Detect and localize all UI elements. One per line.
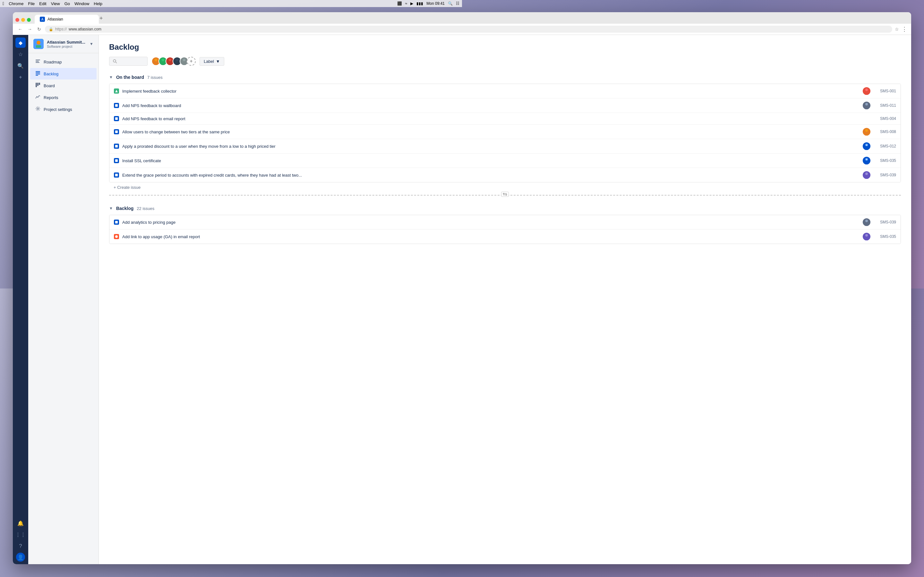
sidebar-item-reports[interactable]: Reports	[30, 92, 97, 103]
svg-rect-2	[36, 45, 41, 48]
sidebar-item-roadmap[interactable]: Roadmap	[30, 56, 97, 68]
svg-rect-4	[36, 61, 39, 61]
svg-point-20	[169, 59, 171, 61]
svg-point-1	[37, 41, 40, 45]
issue-row[interactable]: Add analytics to pricing page SMS-039	[110, 215, 462, 229]
new-tab-button[interactable]: +	[99, 15, 103, 24]
volume-icon: ▶	[410, 1, 413, 6]
svg-rect-12	[39, 83, 40, 85]
issue-row[interactable]: Add link to app usage (GA) in email repo…	[110, 229, 462, 243]
issue-row[interactable]: Implement feedback collector SMS-001	[110, 84, 462, 98]
menu-chrome[interactable]: Chrome	[9, 1, 23, 6]
svg-rect-3	[36, 60, 40, 60]
svg-point-19	[161, 62, 165, 65]
svg-rect-36	[115, 145, 118, 147]
main-content: Backlog	[99, 35, 462, 288]
issue-row[interactable]: Allow users to change between two tiers …	[110, 125, 462, 139]
svg-rect-9	[36, 75, 38, 76]
project-header[interactable]: Atlassian Summit... Software project ▼	[28, 35, 99, 53]
svg-rect-10	[36, 83, 37, 87]
issue-row[interactable]: Add NPS feedback to email report SMS-004	[110, 113, 462, 125]
project-name: Atlassian Summit...	[47, 40, 86, 45]
avatar-group: +	[152, 57, 196, 66]
toolbar: + Label ▼	[109, 57, 462, 66]
lock-icon: 🔒	[49, 27, 53, 31]
issue-text: Add NPS feedback to wallboard	[122, 103, 462, 108]
maximize-button[interactable]	[27, 18, 31, 22]
search-box[interactable]	[109, 57, 148, 66]
tab-bar: A Atlassian +	[13, 12, 462, 24]
back-button[interactable]: ←	[17, 26, 24, 32]
browser-tab-atlassian[interactable]: A Atlassian	[35, 15, 99, 24]
roadmap-label: Roadmap	[44, 60, 61, 64]
project-chevron-icon[interactable]: ▼	[89, 42, 94, 46]
issue-row[interactable]: Install SSL certificate H SMS-035	[110, 153, 462, 168]
menu-edit[interactable]: Edit	[39, 1, 46, 6]
app-layout: ◆ ☆ 🔍 + 🔔 ⋮⋮ ? 👤 Atlassian	[13, 35, 462, 288]
svg-rect-29	[115, 104, 118, 107]
menu-go[interactable]: Go	[65, 1, 70, 6]
project-logo	[33, 39, 44, 49]
on-the-board-list: Implement feedback collector SMS-001 Add…	[109, 84, 462, 182]
backlog-icon	[35, 71, 40, 77]
svg-point-21	[168, 62, 172, 65]
backlog-header[interactable]: ▼ Backlog 22 issues	[109, 203, 462, 213]
project-sidebar: Atlassian Summit... Software project ▼ R…	[28, 35, 99, 288]
label-chevron-icon: ▼	[216, 59, 220, 64]
board-label: Board	[44, 83, 55, 88]
roadmap-icon	[35, 59, 40, 65]
issue-type-icon	[114, 129, 119, 134]
svg-line-15	[116, 62, 117, 63]
issue-row[interactable]: Extend the grace period to accounts with…	[110, 168, 462, 182]
issue-text: Add NPS feedback to email report	[122, 116, 462, 121]
backlog-label: Backlog	[44, 71, 58, 76]
sidebar-item-backlog[interactable]: Backlog	[30, 68, 97, 79]
address-bar[interactable]: 🔒 https:// www.atlassian.com	[45, 26, 462, 33]
on-the-board-header[interactable]: ▼ On the board 7 issues	[109, 72, 462, 82]
add-avatar-button[interactable]: +	[187, 57, 196, 66]
svg-point-25	[182, 62, 186, 65]
menu-view[interactable]: View	[51, 1, 60, 6]
issue-text: Implement feedback collector	[122, 89, 462, 93]
issue-row[interactable]: Add NPS feedback to wallboard SMS-011	[110, 98, 462, 113]
issue-row[interactable]: Apply a prorated discount to a user when…	[110, 139, 462, 153]
menu-file[interactable]: File	[28, 1, 35, 6]
search-menubar-icon[interactable]: 🔍	[448, 1, 453, 6]
forward-button[interactable]: →	[26, 26, 33, 32]
reports-icon	[35, 94, 40, 101]
reports-label: Reports	[44, 95, 58, 100]
section-divider	[109, 195, 462, 195]
sidebar-item-board[interactable]: Board	[30, 80, 97, 91]
svg-rect-7	[36, 73, 40, 73]
issue-text: Apply a prorated discount to a user when…	[122, 144, 462, 149]
apple-menu[interactable]: 	[3, 1, 4, 6]
menu-help[interactable]: Help	[94, 1, 102, 6]
label-filter-text: Label	[204, 59, 214, 64]
label-filter-button[interactable]: Label ▼	[200, 57, 224, 66]
menu-window[interactable]: Window	[74, 1, 89, 6]
reload-button[interactable]: ↻	[36, 26, 42, 32]
minimize-button[interactable]	[21, 18, 25, 22]
tab-favicon: A	[40, 17, 45, 22]
svg-rect-8	[36, 74, 40, 74]
svg-point-18	[162, 59, 164, 61]
issue-type-icon	[114, 158, 119, 163]
on-the-board-title: On the board	[116, 75, 144, 80]
create-issue-button[interactable]: + Create issue	[109, 182, 462, 192]
control-center-icon[interactable]: ☷	[456, 1, 459, 6]
svg-rect-40	[115, 159, 118, 162]
settings-label: Project settings	[44, 107, 72, 112]
section-collapse-icon: ▼	[109, 75, 113, 79]
backlog-list: Add analytics to pricing page SMS-039 Ad…	[109, 215, 462, 244]
sidebar-item-settings[interactable]: Project settings	[30, 103, 97, 115]
rail-home-icon[interactable]: ◆	[15, 37, 26, 48]
on-the-board-section: ▼ On the board 7 issues Implement feedba…	[109, 72, 462, 195]
issue-text: Add analytics to pricing page	[122, 220, 462, 225]
menubar-right: ⬛ ≈ ▶ ▮▮▮ Mon 09:41 🔍 ☷	[397, 1, 459, 6]
rail-starred-icon[interactable]: ☆	[15, 49, 26, 59]
rail-search-icon[interactable]: 🔍	[15, 61, 26, 71]
issue-type-icon	[114, 116, 119, 121]
close-button[interactable]	[15, 18, 19, 22]
rail-create-icon[interactable]: +	[15, 72, 26, 82]
divider-line	[109, 195, 462, 195]
